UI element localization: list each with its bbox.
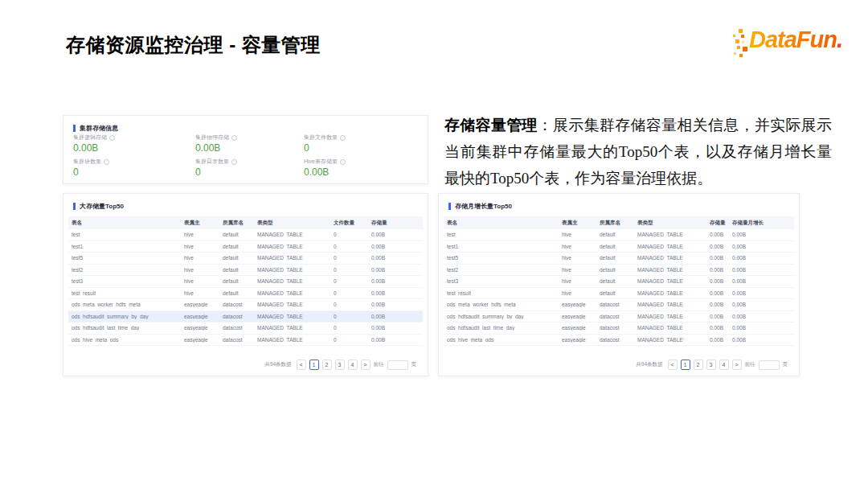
- logo-pixel-mosaic-icon: [733, 29, 749, 61]
- table-cell: 0.00B: [710, 255, 732, 261]
- table-cell: 0.00B: [371, 255, 421, 261]
- slide: 存储资源监控治理 - 容量管理 DataFun. 集群存储信息 集群逻辑存储 0…: [0, 0, 868, 489]
- table-cell: default: [600, 278, 637, 284]
- table-row[interactable]: ods_hive_meta_odseasyeagledatacostMANAGE…: [68, 335, 423, 347]
- table-cell: default: [600, 255, 637, 261]
- page-button[interactable]: 3: [335, 360, 345, 370]
- info-icon[interactable]: [231, 135, 237, 141]
- table-cell: default: [223, 290, 257, 296]
- info-icon[interactable]: [340, 135, 346, 141]
- info-icon[interactable]: [104, 159, 109, 165]
- metric-block-count: 集群块数量 0: [73, 158, 195, 183]
- table-cell: test2: [72, 267, 184, 273]
- page-button[interactable]: 2: [694, 360, 703, 370]
- column-header: 表类型: [257, 220, 334, 227]
- table-row[interactable]: test5hivedefaultMANAGED_TABLE00.00B: [68, 253, 423, 265]
- table-cell: ods_meta_worker_hdfs_meta: [72, 302, 184, 307]
- column-header: 文件数量: [334, 220, 371, 227]
- table-cell: 0.00B: [371, 314, 421, 319]
- table-cell: 0.00B: [371, 232, 421, 237]
- table-cell: datacost: [223, 337, 257, 343]
- page-button[interactable]: 4: [348, 360, 358, 370]
- page-button[interactable]: 1: [681, 360, 690, 370]
- table-row[interactable]: test3hivedefaultMANAGED_TABLE00.00B: [68, 276, 423, 288]
- table-cell: 0.00B: [371, 290, 421, 296]
- table-cell: 0.00B: [710, 290, 732, 296]
- table-cell: 0.00B: [710, 244, 732, 249]
- table-cell: 0.00B: [732, 244, 790, 249]
- table-row[interactable]: ods_hdfsaudit_summary_by_dayeasyeagledat…: [444, 311, 794, 323]
- table-row[interactable]: ods_hdfsaudit_last_time_dayeasyeagledata…: [68, 323, 423, 335]
- table-cell: test1: [447, 244, 562, 249]
- table-cell: hive: [184, 255, 223, 261]
- table-row[interactable]: test2hivedefaultMANAGED_TABLE0.00B0.00B: [444, 265, 794, 277]
- table-row[interactable]: testhivedefaultMANAGED_TABLE0.00B0.00B: [444, 229, 794, 241]
- description-lead: 存储容量管理: [444, 117, 538, 134]
- table-cell: test_result: [447, 290, 562, 296]
- table-row[interactable]: test5hivedefaultMANAGED_TABLE0.00B0.00B: [444, 253, 794, 265]
- info-icon[interactable]: [340, 159, 346, 165]
- goto-page-input[interactable]: [759, 360, 780, 370]
- table-cell: 0.00B: [710, 278, 732, 284]
- table-cell: easyeagle: [562, 337, 600, 343]
- metrics-grid: 集群逻辑存储 0.00B 集群物理存储 0.00B 集群文件数量 0 集群块数量…: [73, 134, 421, 183]
- table-cell: MANAGED_TABLE: [257, 337, 334, 343]
- goto-page-input[interactable]: [387, 360, 408, 370]
- column-header: 表类型: [637, 220, 710, 227]
- table-row[interactable]: ods_hdfsaudit_summary_by_dayeasyeagledat…: [68, 311, 423, 323]
- table-cell: 0: [334, 255, 371, 261]
- table-row[interactable]: test_resulthivedefaultMANAGED_TABLE0.00B…: [444, 288, 794, 300]
- column-header: 表名: [72, 220, 184, 227]
- table-title: 存储月增长量Top50: [455, 202, 512, 211]
- panel-accent-bar: [448, 203, 451, 210]
- table-cell: MANAGED_TABLE: [637, 255, 710, 261]
- goto-label: 前往: [374, 361, 384, 368]
- table-cell: test5: [72, 255, 184, 261]
- info-icon[interactable]: [231, 159, 237, 165]
- table-cell: 0: [334, 232, 371, 237]
- table-cell: hive: [184, 278, 223, 284]
- table-row[interactable]: test3hivedefaultMANAGED_TABLE0.00B0.00B: [444, 276, 794, 288]
- page-button[interactable]: 3: [706, 360, 716, 370]
- table-cell: 0.00B: [710, 232, 732, 237]
- table-row[interactable]: test1hivedefaultMANAGED_TABLE0.00B0.00B: [444, 241, 794, 253]
- table-cell: 0.00B: [732, 232, 790, 237]
- column-header: 所属库名: [223, 220, 257, 227]
- table-row[interactable]: ods_hive_meta_odseasyeagledatacostMANAGE…: [444, 335, 794, 347]
- table-header-row: 表名表属主所属库名表类型文件数量存储量: [68, 216, 423, 229]
- table-cell: MANAGED_TABLE: [637, 232, 710, 237]
- table-cell: 0.00B: [732, 267, 790, 273]
- table-cell: 0: [334, 314, 371, 319]
- metric-label: Hive表存储量: [304, 158, 338, 165]
- datafun-logo: DataFun.: [733, 26, 858, 63]
- stats-card-title: 集群存储信息: [80, 124, 118, 133]
- column-header: 表属主: [184, 220, 223, 227]
- table-row[interactable]: test1hivedefaultMANAGED_TABLE00.00B: [68, 241, 423, 253]
- next-page-button[interactable]: >: [361, 360, 371, 370]
- prev-page-button[interactable]: <: [297, 360, 306, 370]
- pagination-total: 共94条数据: [264, 361, 291, 368]
- table-row[interactable]: ods_meta_worker_hdfs_metaeasyeagledataco…: [444, 299, 794, 311]
- next-page-button[interactable]: >: [732, 360, 742, 370]
- table-row[interactable]: test_resulthivedefaultMANAGED_TABLE00.00…: [68, 288, 423, 300]
- prev-page-button[interactable]: <: [668, 360, 678, 370]
- table-row[interactable]: ods_meta_worker_hdfs_metaeasyeagledataco…: [68, 299, 423, 311]
- metric-value: 0: [304, 143, 421, 154]
- table-row[interactable]: testhivedefaultMANAGED_TABLE00.00B: [68, 229, 423, 241]
- table-cell: 0.00B: [371, 267, 421, 273]
- table-cell: default: [223, 267, 257, 273]
- top50-storage-table-card: 大存储量Top50 表名表属主所属库名表类型文件数量存储量 testhivede…: [63, 193, 428, 376]
- table-row[interactable]: test2hivedefaultMANAGED_TABLE00.00B: [68, 265, 423, 277]
- table-cell: test2: [447, 267, 562, 273]
- page-button[interactable]: 4: [719, 360, 729, 370]
- table-cell: 0: [334, 290, 371, 296]
- table-cell: test: [72, 232, 184, 237]
- table-cell: MANAGED_TABLE: [257, 255, 334, 261]
- page-button[interactable]: 2: [322, 360, 332, 370]
- table-cell: MANAGED_TABLE: [257, 302, 334, 307]
- info-icon[interactable]: [109, 135, 115, 141]
- table-cell: MANAGED_TABLE: [637, 290, 710, 296]
- table-row[interactable]: ods_hdfsaudit_last_time_dayeasyeagledata…: [444, 323, 794, 335]
- page-button[interactable]: 1: [309, 360, 319, 370]
- metric-value: 0: [73, 167, 195, 178]
